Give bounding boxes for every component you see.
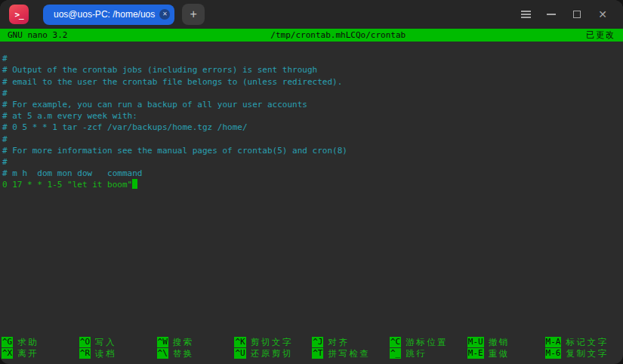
shortcut-key: M-6 xyxy=(545,348,562,359)
shortcut-key: M-A xyxy=(545,337,562,347)
shortcut-label: 复制文字 xyxy=(566,348,608,359)
close-icon: ✕ xyxy=(598,9,607,20)
terminal-window: >_ uos@uos-PC: /home/uos ✕ + ✕ GNU nano … xyxy=(0,0,623,364)
shortcut-key: ^_ xyxy=(390,348,401,359)
editor-line: 0 17 * * 1-5 "let it boom" xyxy=(2,179,623,190)
shortcut-item: ^_跳行 xyxy=(390,348,467,359)
editor-line: # For more information see the manual pa… xyxy=(2,145,623,156)
editor-line: # Output of the crontab jobs (including … xyxy=(2,64,623,76)
tab-close-icon[interactable]: ✕ xyxy=(159,9,170,20)
editor-line: # m h dom mon dow command xyxy=(2,168,623,179)
nano-version-label: GNU nano 3.2 xyxy=(0,29,67,42)
shortcut-key: ^W xyxy=(157,337,168,347)
menu-button[interactable] xyxy=(513,4,538,25)
shortcut-item: ^G求助 xyxy=(2,337,79,348)
shortcut-key: ^C xyxy=(390,337,401,347)
shortcut-label: 还原剪切 xyxy=(251,348,293,359)
shortcut-label: 撤销 xyxy=(489,337,510,348)
shortcut-label: 搜索 xyxy=(173,337,194,348)
editor-line: # xyxy=(2,53,623,64)
shortcut-label: 对齐 xyxy=(328,337,349,348)
shortcut-label: 离开 xyxy=(17,348,39,359)
shortcut-key: ^J xyxy=(312,337,323,347)
editor-line: # xyxy=(2,156,623,168)
shortcut-item: ^T拼写检查 xyxy=(312,348,390,359)
shortcut-label: 写入 xyxy=(95,337,116,348)
shortcut-item: ^J对齐 xyxy=(312,337,390,348)
nano-shortcut-bar: ^G求助^O写入^W搜索^K剪切文字^J对齐^C游标位置M-U撤销M-A标记文字… xyxy=(0,337,623,364)
terminal-tab[interactable]: uos@uos-PC: /home/uos ✕ xyxy=(43,5,174,25)
shortcut-key: ^O xyxy=(79,337,91,347)
shortcut-label: 读档 xyxy=(95,348,116,359)
shortcut-label: 跳行 xyxy=(406,348,427,359)
shortcut-item: M-U撤销 xyxy=(467,337,545,348)
shortcut-key: ^K xyxy=(234,337,245,347)
shortcut-item: ^O写入 xyxy=(79,337,157,348)
editor-line: # For example, you can run a backup of a… xyxy=(2,99,623,110)
shortcut-item: M-E重做 xyxy=(467,348,545,359)
nano-titlebar: GNU nano 3.2 /tmp/crontab.mhLCQo/crontab… xyxy=(0,29,623,42)
shortcut-row: ^G求助^O写入^W搜索^K剪切文字^J对齐^C游标位置M-U撤销M-A标记文字 xyxy=(2,337,623,348)
editor-line xyxy=(2,42,623,53)
shortcut-row: ^X离开^R读档^\替换^U还原剪切^T拼写检查^_跳行M-E重做M-6复制文字 xyxy=(2,348,623,359)
editor-line: # at 5 a.m every week with: xyxy=(2,110,623,122)
nano-file-path: /tmp/crontab.mhLCQo/crontab xyxy=(67,29,586,42)
shortcut-label: 游标位置 xyxy=(406,337,448,348)
shortcut-key: ^G xyxy=(2,337,13,347)
shortcut-key: ^U xyxy=(234,348,245,359)
shortcut-label: 求助 xyxy=(17,337,39,348)
shortcut-label: 重做 xyxy=(489,348,510,359)
shortcut-key: M-U xyxy=(467,337,484,347)
shortcut-item: ^C游标位置 xyxy=(390,337,467,348)
editor-line: # email to the user the crontab file bel… xyxy=(2,76,623,88)
shortcut-item: M-A标记文字 xyxy=(545,337,623,348)
terminal-app-icon: >_ xyxy=(9,5,29,24)
nano-modified-badge: 已更改 xyxy=(586,29,623,42)
hamburger-icon xyxy=(521,14,531,15)
shortcut-label: 替换 xyxy=(173,348,194,359)
tab-title: uos@uos-PC: /home/uos xyxy=(54,9,155,20)
terminal-prompt-glyph: >_ xyxy=(14,10,23,20)
shortcut-item: ^W搜索 xyxy=(157,337,235,348)
shortcut-item: ^X离开 xyxy=(2,348,79,359)
minimize-button[interactable] xyxy=(538,4,564,25)
editor-text-area[interactable]: ## Output of the crontab jobs (including… xyxy=(0,42,623,337)
shortcut-label: 拼写检查 xyxy=(328,348,370,359)
editor-line: # xyxy=(2,134,623,145)
editor-line: # 0 5 * * 1 tar -zcf /var/backups/home.t… xyxy=(2,122,623,133)
shortcut-key: ^X xyxy=(2,348,13,359)
shortcut-item: M-6复制文字 xyxy=(545,348,623,359)
shortcut-key: M-E xyxy=(467,348,484,359)
maximize-button[interactable] xyxy=(564,4,590,25)
close-button[interactable]: ✕ xyxy=(590,4,615,25)
shortcut-label: 剪切文字 xyxy=(251,337,293,348)
maximize-icon xyxy=(573,11,581,18)
shortcut-item: ^K剪切文字 xyxy=(234,337,312,348)
text-cursor xyxy=(132,179,137,189)
new-tab-button[interactable]: + xyxy=(182,4,205,25)
shortcut-item: ^U还原剪切 xyxy=(234,348,312,359)
window-titlebar: >_ uos@uos-PC: /home/uos ✕ + ✕ xyxy=(0,0,623,29)
shortcut-key: ^R xyxy=(79,348,91,359)
shortcut-key: ^\ xyxy=(157,348,168,359)
minimize-icon xyxy=(547,14,556,15)
shortcut-label: 标记文字 xyxy=(566,337,608,348)
shortcut-key: ^T xyxy=(312,348,323,359)
editor-line: # xyxy=(2,88,623,99)
shortcut-item: ^\替换 xyxy=(157,348,235,359)
shortcut-item: ^R读档 xyxy=(79,348,157,359)
